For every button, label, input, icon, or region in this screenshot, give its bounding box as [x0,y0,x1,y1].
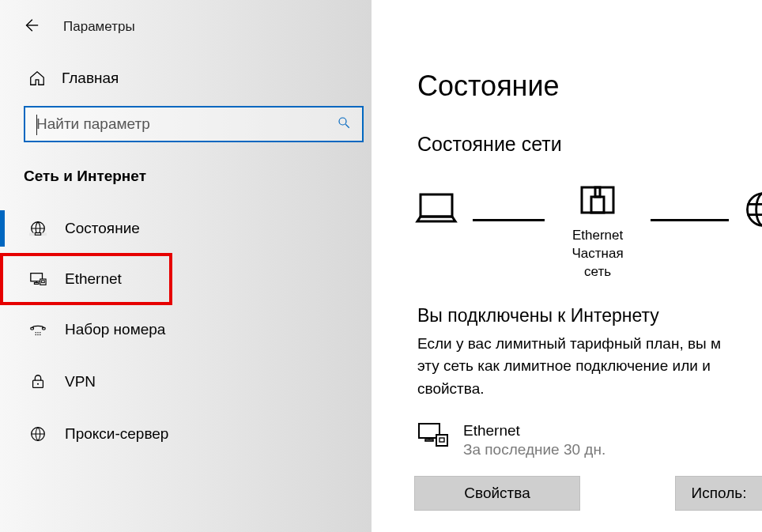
sidebar-item-label: VPN [65,373,96,391]
titlebar: Параметры [0,8,372,46]
properties-button[interactable]: Свойства [414,476,580,511]
main-content: Состояние Состояние сети Ethernet Частна… [372,0,762,532]
sidebar-item-vpn[interactable]: VPN [0,356,372,408]
home-label: Главная [62,70,119,87]
svg-point-14 [37,332,38,333]
svg-point-16 [36,334,36,335]
svg-rect-7 [34,283,39,285]
diagram-router-sub: Частная сеть [572,246,624,279]
router-icon [574,181,621,221]
svg-point-18 [40,334,40,335]
svg-rect-12 [43,327,46,330]
svg-point-27 [756,194,762,226]
sidebar-item-dialup[interactable]: Набор номера [0,304,372,356]
sidebar-item-label: Состояние [65,220,140,237]
diagram-router-label: Ethernet Частная сеть [557,227,639,281]
proxy-icon [28,425,47,443]
svg-line-2 [345,124,349,128]
adapter-sub: За последние 30 дн. [463,441,605,458]
search-wrap [0,101,372,142]
text-caret [36,115,37,135]
globe-icon [741,187,762,232]
svg-rect-24 [591,197,604,213]
diagram-router-name: Ethernet [572,228,623,243]
sidebar-item-proxy[interactable]: Прокси-сервер [0,408,372,460]
search-icon[interactable] [337,115,351,134]
svg-rect-33 [436,435,447,446]
svg-point-13 [36,332,36,333]
svg-rect-11 [31,327,34,330]
sidebar-item-label: Набор номера [65,321,165,338]
sidebar-item-status[interactable]: Состояние [0,202,372,255]
svg-point-1 [339,118,346,125]
app-title: Параметры [63,19,135,35]
section-title: Сеть и Интернет [0,142,372,202]
connected-description: Если у вас лимитный тарифный план, вы м … [417,333,762,401]
adapter-icon [417,422,449,452]
svg-point-17 [37,334,38,335]
status-icon [28,220,47,237]
svg-point-20 [37,383,39,385]
diagram-pc-label [435,236,439,272]
diagram-line [473,219,545,221]
ethernet-icon [28,270,47,288]
svg-rect-31 [425,440,433,441]
network-status-heading: Состояние сети [417,133,762,156]
sidebar-item-label: Прокси-сервер [65,425,168,443]
svg-point-15 [40,332,40,333]
data-usage-button[interactable]: Исполь: [675,476,762,511]
search-input[interactable] [36,115,337,133]
dialup-icon [28,321,47,338]
svg-rect-22 [421,194,452,217]
svg-rect-9 [40,279,46,285]
connected-heading: Вы подключены к Интернету [417,305,762,326]
svg-rect-25 [595,187,600,197]
svg-rect-23 [582,187,613,213]
diagram-globe [741,187,762,274]
button-row: Свойства Исполь: [414,476,762,511]
back-arrow-icon[interactable] [22,17,40,37]
adapter-row: Ethernet За последние 30 дн. [417,422,762,458]
sidebar-item-ethernet[interactable]: Ethernet [0,253,172,305]
network-diagram: Ethernet Частная сеть [413,181,762,281]
svg-point-26 [747,194,762,226]
laptop-icon [413,190,460,229]
home-icon [28,70,46,87]
sidebar-item-home[interactable]: Главная [0,46,372,101]
sidebar: Параметры Главная Сеть и Интернет Состоя… [0,0,372,532]
diagram-router: Ethernet Частная сеть [557,181,639,281]
diagram-pc [413,190,460,272]
vpn-icon [28,373,47,391]
page-title: Состояние [417,70,762,103]
diagram-line [651,219,729,221]
adapter-name: Ethernet [463,422,605,440]
sidebar-item-label: Ethernet [65,270,122,288]
search-box[interactable] [24,106,364,142]
